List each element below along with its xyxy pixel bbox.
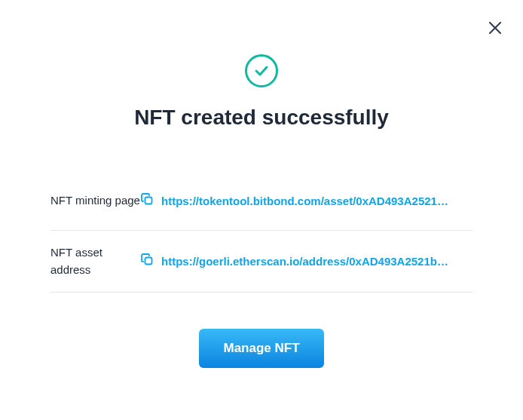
- copy-icon[interactable]: [141, 193, 154, 209]
- dialog-title: NFT created successfully: [134, 106, 389, 130]
- asset-address-label: NFT asset address: [50, 244, 141, 278]
- asset-address-link-wrap: https://goerli.etherscan.io/address/0xAD…: [141, 253, 448, 269]
- svg-rect-3: [145, 258, 152, 265]
- copy-icon[interactable]: [141, 253, 154, 269]
- svg-rect-2: [145, 198, 152, 204]
- minting-page-link-wrap: https://tokentool.bitbond.com/asset/0xAD…: [141, 193, 448, 209]
- info-rows: NFT minting page https://tokentool.bitbo…: [50, 172, 473, 293]
- asset-address-row: NFT asset address https://goerli.ethersc…: [50, 231, 473, 293]
- minting-page-row: NFT minting page https://tokentool.bitbo…: [50, 172, 473, 231]
- success-icon: [245, 54, 278, 87]
- manage-nft-button[interactable]: Manage NFT: [199, 329, 323, 368]
- dialog-content: NFT created successfully NFT minting pag…: [0, 0, 523, 368]
- close-button[interactable]: [488, 21, 502, 38]
- asset-address-link[interactable]: https://goerli.etherscan.io/address/0xAD…: [161, 255, 448, 268]
- minting-page-link[interactable]: https://tokentool.bitbond.com/asset/0xAD…: [161, 195, 448, 207]
- minting-page-label: NFT minting page: [50, 192, 141, 210]
- close-icon: [488, 21, 502, 35]
